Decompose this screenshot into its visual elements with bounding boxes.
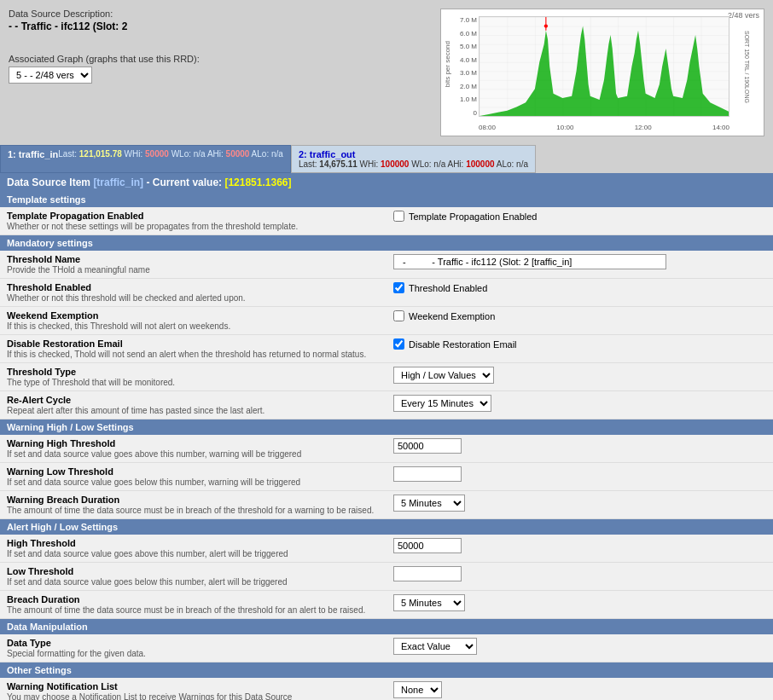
- field-desc-threshold-enabled: Whether or not this threshold will be ch…: [7, 293, 380, 303]
- tab1-ahi: 50000: [226, 149, 250, 159]
- label-warning-notification: Warning Notification List You may choose…: [0, 678, 386, 700]
- checkbox-weekend-exemption[interactable]: [393, 310, 404, 321]
- input-re-alert-cycle: Every 15 Minutes Every 30 Minutes Every …: [386, 391, 773, 419]
- row-low-threshold: Low Threshold If set and data source val…: [0, 563, 773, 591]
- input-high-threshold: [386, 535, 773, 563]
- current-value-value: [121851.1366]: [224, 176, 291, 188]
- main-container: Data Source Description: - - Traffic - i…: [0, 0, 773, 700]
- x-label-10: 10:00: [556, 124, 573, 131]
- tab2-alo: n/a: [516, 159, 528, 169]
- input-disable-restoration-email: Disable Restoration Email: [386, 335, 773, 363]
- data-manipulation-table: Data Type Special formatting for the giv…: [0, 634, 773, 662]
- warning-notification-select[interactable]: None: [393, 681, 442, 698]
- threshold-type-select[interactable]: High / Low Values Baseline Time Based: [393, 367, 494, 384]
- label-weekend-exemption: Weekend Exemption If this is checked, th…: [0, 307, 386, 335]
- field-name-breach-duration: Breach Duration: [7, 594, 380, 605]
- warning-high-input[interactable]: [393, 438, 462, 454]
- field-name-data-type: Data Type: [7, 638, 380, 648]
- current-value-mid: - Current value:: [146, 176, 222, 188]
- input-template-propagation: Template Propagation Enabled: [386, 207, 773, 235]
- chart-plot-area: [479, 16, 729, 117]
- checkbox-template-propagation[interactable]: [393, 211, 404, 222]
- row-disable-restoration-email: Disable Restoration Email If this is che…: [0, 335, 773, 363]
- row-warning-breach: Warning Breach Duration The amount of ti…: [0, 491, 773, 519]
- label-re-alert-cycle: Re-Alert Cycle Repeat alert after this a…: [0, 391, 386, 419]
- field-name-re-alert-cycle: Re-Alert Cycle: [7, 395, 380, 405]
- y-label-0: 0: [453, 109, 477, 117]
- label-warning-low: Warning Low Threshold If set and data so…: [0, 463, 386, 491]
- input-threshold-name: [386, 251, 773, 279]
- tab2-wlo: n/a: [433, 159, 445, 169]
- warning-low-input[interactable]: [393, 466, 462, 482]
- data-type-select[interactable]: Exact Value Bits/Second Bytes/Second: [393, 638, 477, 655]
- section-other-settings: Other Settings: [0, 662, 773, 678]
- field-name-threshold-enabled: Threshold Enabled: [7, 282, 380, 292]
- field-desc-weekend-exemption: If this is checked, this Threshold will …: [7, 321, 380, 331]
- field-name-low-threshold: Low Threshold: [7, 566, 380, 576]
- tab1-whi: 50000: [145, 149, 169, 159]
- field-desc-threshold-name: Provide the THold a meaningful name: [7, 265, 380, 275]
- field-name-threshold-type: Threshold Type: [7, 367, 380, 377]
- y-label-6m: 6.0 M: [453, 30, 477, 38]
- template-settings-table: Template Propagation Enabled Whether or …: [0, 207, 773, 235]
- input-warning-high: [386, 435, 773, 463]
- checkbox-label-threshold-enabled: Threshold Enabled: [393, 282, 766, 293]
- label-threshold-name: Threshold Name Provide the THold a meani…: [0, 251, 386, 279]
- field-name-warning-notification: Warning Notification List: [7, 681, 380, 691]
- y-axis-container: bits per second: [441, 9, 453, 119]
- field-desc-disable-restoration-email: If this is checked, Thold will not send …: [7, 350, 380, 359]
- current-value-bar: Data Source Item [traffic_in] - Current …: [0, 173, 773, 192]
- input-threshold-type: High / Low Values Baseline Time Based: [386, 363, 773, 391]
- threshold-name-input[interactable]: [393, 254, 666, 269]
- y-labels: 7.0 M 6.0 M 5.0 M 4.0 M 3.0 M 2.0 M 1.0 …: [453, 16, 477, 117]
- x-label-08: 08:00: [479, 124, 496, 131]
- tab1-wlo: n/a: [194, 149, 206, 159]
- y-label-4m: 4.0 M: [453, 56, 477, 64]
- input-low-threshold: [386, 563, 773, 591]
- field-desc-warning-notification: You may choose a Notification List to re…: [7, 692, 380, 700]
- y-label-3m: 3.0 M: [453, 69, 477, 77]
- warning-breach-select[interactable]: 5 Minutes 10 Minutes 15 Minutes 30 Minut…: [393, 495, 465, 512]
- label-threshold-enabled: Threshold Enabled Whether or not this th…: [0, 279, 386, 307]
- input-data-type: Exact Value Bits/Second Bytes/Second: [386, 634, 773, 662]
- row-template-propagation: Template Propagation Enabled Whether or …: [0, 207, 773, 235]
- data-source-label: Data Source Description:: [9, 9, 432, 19]
- re-alert-cycle-select[interactable]: Every 15 Minutes Every 30 Minutes Every …: [393, 395, 491, 412]
- mandatory-settings-table: Threshold Name Provide the THold a meani…: [0, 251, 773, 419]
- current-value-section: [traffic_in]: [93, 176, 143, 188]
- y-axis-label: bits per second: [444, 41, 451, 87]
- field-desc-high-threshold: If set and data source value goes above …: [7, 549, 380, 558]
- label-threshold-type: Threshold Type The type of Threshold tha…: [0, 363, 386, 391]
- label-warning-high: Warning High Threshold If set and data s…: [0, 435, 386, 463]
- tab2-stats: Last: 14,675.11 WHi: 100000 WLo: n/a AHi…: [299, 159, 528, 169]
- tabs-row: 1: traffic_in Last: 121,015.78 WHi: 5000…: [0, 145, 773, 173]
- low-threshold-input[interactable]: [393, 566, 462, 581]
- graph-select[interactable]: 5 - - 2/48 vers: [9, 67, 92, 84]
- checkbox-text-template-propagation: Template Propagation Enabled: [409, 211, 537, 222]
- checkbox-label-template-propagation: Template Propagation Enabled: [393, 211, 766, 222]
- y-label-2m: 2.0 M: [453, 83, 477, 90]
- field-name-disable-restoration-email: Disable Restoration Email: [7, 338, 380, 349]
- checkbox-text-threshold-enabled: Threshold Enabled: [409, 283, 487, 293]
- field-desc-re-alert-cycle: Repeat alert after this amount of time h…: [7, 406, 380, 415]
- tab1-alo: n/a: [271, 149, 283, 159]
- row-threshold-enabled: Threshold Enabled Whether or not this th…: [0, 279, 773, 307]
- tab1-last: 121,015.78: [79, 149, 122, 159]
- field-desc-warning-low: If set and data source value goes below …: [7, 477, 380, 487]
- right-axis-label: SORT 150 TRL / 190LONG: [744, 31, 750, 103]
- field-name-high-threshold: High Threshold: [7, 538, 380, 548]
- checkbox-disable-restoration-email[interactable]: [393, 338, 404, 350]
- warning-hl-table: Warning High Threshold If set and data s…: [0, 435, 773, 519]
- alert-hl-table: High Threshold If set and data source va…: [0, 535, 773, 619]
- tab-traffic-in[interactable]: 1: traffic_in Last: 121,015.78 WHi: 5000…: [0, 145, 291, 173]
- breach-duration-select[interactable]: 5 Minutes 10 Minutes 15 Minutes 30 Minut…: [393, 594, 465, 611]
- checkbox-label-weekend-exemption: Weekend Exemption: [393, 310, 766, 321]
- input-weekend-exemption: Weekend Exemption: [386, 307, 773, 335]
- input-warning-low: [386, 463, 773, 491]
- field-name-template-propagation: Template Propagation Enabled: [7, 211, 380, 221]
- tab-traffic-out[interactable]: 2: traffic_out Last: 14,675.11 WHi: 1000…: [291, 145, 536, 173]
- checkbox-threshold-enabled[interactable]: [393, 282, 404, 293]
- tab2-label: 2: traffic_out: [299, 149, 528, 159]
- high-threshold-input[interactable]: [393, 538, 462, 553]
- top-section: Data Source Description: - - Traffic - i…: [0, 0, 773, 145]
